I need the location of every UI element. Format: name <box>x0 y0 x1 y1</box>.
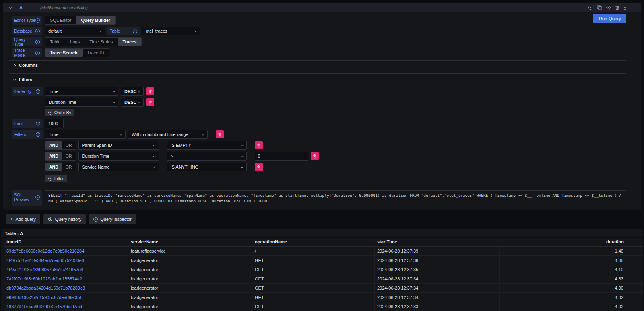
table-row: db9704a2bbda34204d159c71b78283e3loadgene… <box>4 284 643 293</box>
delete-order-by-button[interactable] <box>146 87 154 95</box>
column-header-operationname[interactable]: operationName <box>252 238 375 247</box>
sql-preview-label: SQL Preview i <box>12 190 42 206</box>
info-icon[interactable]: i <box>35 18 40 23</box>
and-or-toggle: AND OR <box>45 141 76 150</box>
history-icon <box>48 217 53 222</box>
table-cell: 4.02 <box>500 302 626 311</box>
limit-row: Limit i <box>12 119 623 128</box>
panel-title[interactable]: Table - A <box>1 229 643 238</box>
eye-icon[interactable] <box>604 5 613 10</box>
delete-order-by-button[interactable] <box>146 98 154 106</box>
chevron-down-icon <box>240 165 243 168</box>
trace-id-link[interactable]: 96968b10fa2b2c1590bc67dea06ef35f <box>4 293 128 302</box>
add-filter-button[interactable]: + Filter <box>45 175 67 182</box>
filter-field-select[interactable]: Parent Span ID <box>78 141 159 150</box>
info-icon[interactable]: i <box>35 195 40 200</box>
table-cell-filler <box>626 284 643 293</box>
run-query-button[interactable]: Run Query <box>593 14 626 23</box>
delete-filter-button[interactable] <box>311 152 319 160</box>
circle-icon[interactable] <box>586 4 595 11</box>
query-row-header: A (clickhouse-observability) <box>3 3 641 12</box>
query-builder-option[interactable]: Query Builder <box>76 16 115 24</box>
table-cell: 2024-06-28 12:37:34 <box>375 293 500 302</box>
table-select[interactable]: otel_traces <box>142 27 200 35</box>
filters-section: Filters Order By i Time DESC <box>9 73 626 186</box>
filter-field-select[interactable]: Service Name <box>78 163 159 171</box>
trace-mode-row: Trace Mode i Trace Search Trace ID <box>12 48 626 57</box>
chevron-down-icon <box>153 165 155 168</box>
delete-filter-button[interactable] <box>216 130 224 138</box>
trace-id-link[interactable]: 1887794f7eaa6037d0e2a4579bcd7acb <box>4 302 128 311</box>
table-row: 4f45c21918c73698057a8b1c741657c6loadgene… <box>4 265 643 274</box>
trace-id-link[interactable]: 4f497571a618e364ed7ded60752030e0 <box>4 256 128 265</box>
or-option[interactable]: OR <box>62 152 76 160</box>
trace-search-option[interactable]: Trace Search <box>45 49 83 57</box>
time-filter-row: Filters i Time Within dashboard time ran… <box>12 130 623 139</box>
or-option[interactable]: OR <box>62 141 76 149</box>
chevron-down-icon <box>9 5 12 8</box>
info-icon[interactable]: i <box>35 40 40 44</box>
filter-value-input[interactable] <box>255 152 308 161</box>
filter-operator-select[interactable]: IS ANYTHING <box>167 163 247 171</box>
time-range-select[interactable]: Within dashboard time range <box>128 130 208 139</box>
traces-option[interactable]: Traces <box>118 38 141 46</box>
column-header-starttime[interactable]: startTime <box>375 238 500 247</box>
circle-plus-icon: + <box>48 177 52 181</box>
order-by-field-select[interactable]: Time <box>45 87 118 96</box>
order-by-field-value: Time <box>49 89 58 94</box>
trace-id-link[interactable]: db9704a2bbda34204d159c71b78283e3 <box>4 284 128 293</box>
filter-operator-select[interactable]: IS EMPTY <box>167 141 247 150</box>
filter-field-select[interactable]: Duration Time <box>78 152 159 161</box>
and-option[interactable]: AND <box>45 141 62 149</box>
filters-section-header[interactable]: Filters <box>12 76 623 84</box>
info-icon[interactable]: i <box>36 132 40 137</box>
filter-operator-select[interactable]: > <box>167 152 247 161</box>
query-inspector-button[interactable]: i Query inspector <box>89 214 136 224</box>
order-by-direction-select[interactable]: DESC <box>121 87 144 96</box>
info-icon[interactable]: i <box>133 29 137 33</box>
sql-preview-row: SQL Preview i SELECT "TraceId" as traceI… <box>12 190 626 206</box>
table-value: otel_traces <box>146 29 167 33</box>
column-header-traceid[interactable]: traceID <box>4 238 128 247</box>
add-order-by-button[interactable]: + Order By <box>45 109 74 116</box>
table-cell: / <box>252 247 375 256</box>
database-select[interactable]: default <box>45 27 105 35</box>
collapse-query-button[interactable] <box>7 6 14 9</box>
chevron-down-icon <box>112 89 115 92</box>
chevron-down-icon <box>13 78 16 80</box>
limit-input[interactable] <box>45 119 64 128</box>
time-field-select[interactable]: Time <box>45 130 126 139</box>
info-icon[interactable]: i <box>35 29 40 33</box>
trash-icon[interactable] <box>613 4 621 11</box>
query-history-button[interactable]: Query history <box>43 214 86 224</box>
delete-filter-button[interactable] <box>255 163 263 171</box>
table-cell-filler <box>626 293 643 302</box>
trace-id-link[interactable]: 89dc7e8c6060c0d12de7e9b50c216284 <box>4 247 128 256</box>
sql-editor-option[interactable]: SQL Editor <box>45 16 76 24</box>
table-option[interactable]: Table <box>45 38 65 46</box>
info-icon[interactable]: i <box>36 122 40 126</box>
order-by-direction-select[interactable]: DESC <box>121 98 144 107</box>
column-header-duration[interactable]: duration <box>500 238 626 247</box>
filter-field-value: Duration Time <box>82 154 109 159</box>
and-option[interactable]: AND <box>45 152 62 160</box>
delete-filter-button[interactable] <box>255 141 263 149</box>
add-filter-label: Filter <box>54 176 64 181</box>
info-icon[interactable]: i <box>35 51 40 55</box>
time-series-option[interactable]: Time Series <box>85 38 118 46</box>
chevron-down-icon <box>194 29 197 32</box>
copy-icon[interactable] <box>595 4 604 11</box>
logs-option[interactable]: Logs <box>65 38 85 46</box>
trace-id-option[interactable]: Trace ID <box>83 49 109 57</box>
or-option[interactable]: OR <box>62 163 76 171</box>
column-header-servicename[interactable]: serviceName <box>128 238 252 247</box>
columns-section[interactable]: Columns <box>9 60 626 70</box>
and-option[interactable]: AND <box>45 163 62 171</box>
drag-handle-icon[interactable] <box>621 4 629 11</box>
table-cell: 4.10 <box>500 265 626 274</box>
trace-id-link[interactable]: 7a2f07ecf63c60b1029ab2ac155874a2 <box>4 274 128 284</box>
info-icon[interactable]: i <box>36 89 40 94</box>
add-query-button[interactable]: + Add query <box>6 214 40 224</box>
order-by-field-select[interactable]: Duration Time <box>45 98 118 107</box>
trace-id-link[interactable]: 4f45c21918c73698057a8b1c741657c6 <box>4 265 128 274</box>
